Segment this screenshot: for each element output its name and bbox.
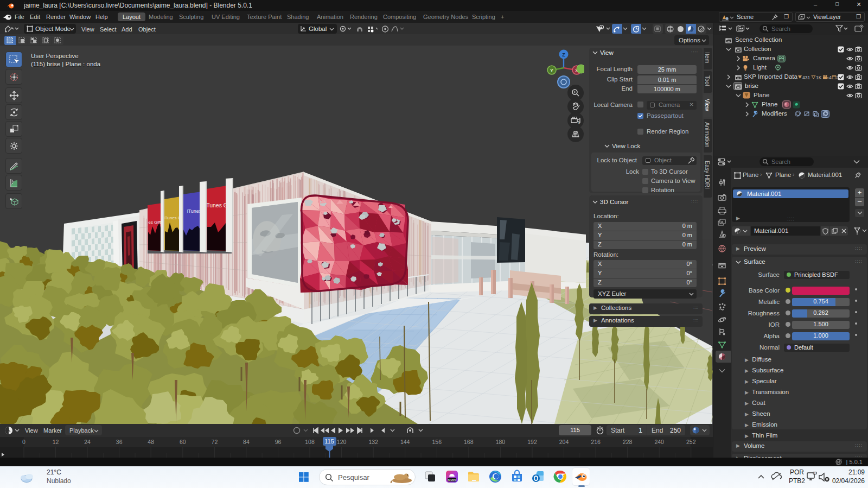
svg-text:431: 431	[802, 75, 810, 80]
svg-text:216: 216	[591, 439, 601, 445]
svg-text:4: 4	[829, 75, 832, 80]
svg-text:72: 72	[212, 439, 218, 445]
svg-text:36: 36	[116, 439, 123, 445]
svg-text:Z: Z	[562, 52, 565, 58]
svg-text:48: 48	[148, 439, 154, 445]
svg-text:180: 180	[496, 439, 506, 445]
svg-text:12: 12	[53, 439, 59, 445]
svg-text:iTunes: iTunes	[187, 208, 202, 214]
svg-text:d: d	[578, 121, 580, 124]
svg-text:0: 0	[22, 439, 25, 445]
svg-text:132: 132	[368, 439, 378, 445]
svg-text:108: 108	[305, 439, 315, 445]
svg-text:120: 120	[337, 439, 347, 445]
svg-text:1K: 1K	[816, 75, 822, 80]
svg-text:Y: Y	[550, 68, 553, 73]
svg-text:204: 204	[559, 439, 569, 445]
svg-text:228: 228	[623, 439, 633, 445]
svg-text:192: 192	[527, 439, 537, 445]
svg-text:115: 115	[324, 438, 334, 445]
svg-text:168: 168	[464, 439, 474, 445]
svg-text:84: 84	[243, 439, 250, 445]
svg-text:es Gift: es Gift	[148, 220, 161, 225]
svg-text:24: 24	[84, 439, 91, 445]
svg-text:240: 240	[654, 439, 664, 445]
svg-text:144: 144	[400, 439, 410, 445]
svg-text:60: 60	[180, 439, 186, 445]
svg-text:96: 96	[275, 439, 282, 445]
svg-text:252: 252	[686, 439, 696, 445]
svg-text:iTunes G: iTunes G	[164, 216, 181, 220]
svg-text:M365: M365	[448, 478, 456, 481]
svg-text:156: 156	[432, 439, 442, 445]
